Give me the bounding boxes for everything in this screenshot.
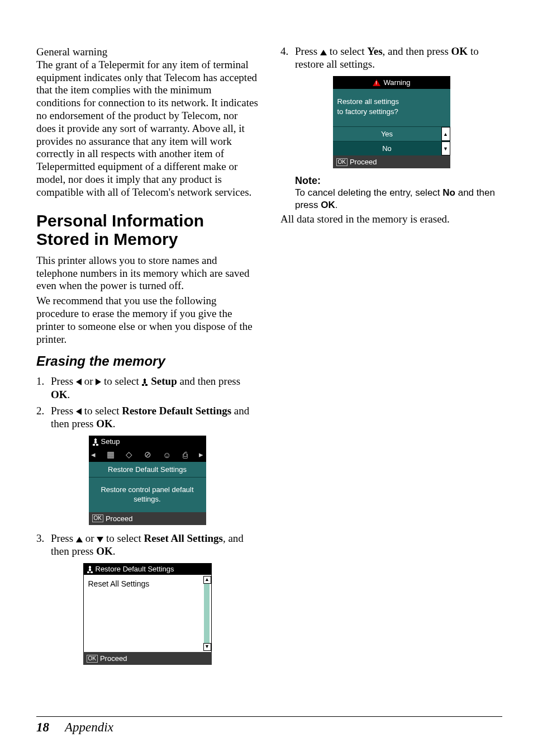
step-2-ok: OK xyxy=(96,418,113,429)
step-1-text-g: . xyxy=(68,389,70,400)
page-footer: 18 Appendix xyxy=(36,716,502,735)
step-1-text-b: or xyxy=(82,375,96,387)
setup-icon xyxy=(92,438,99,446)
lcd2-title: Restore Default Settings xyxy=(96,565,174,573)
setup-icon xyxy=(141,378,148,386)
warning-icon xyxy=(373,79,380,86)
step-2: Press to select Restore Default Settings… xyxy=(36,404,258,430)
lcd3-msg2: to factory settings? xyxy=(337,107,446,117)
general-warning-title: General warning xyxy=(36,46,258,59)
lcd-screenshot-warning: Warning Restore all settings to factory … xyxy=(333,76,450,168)
mode-icon: ⊘ xyxy=(144,450,151,460)
subsection-heading: Erasing the memory xyxy=(36,353,258,369)
lcd-screenshot-restore: Restore Default Settings Reset All Setti… xyxy=(83,563,212,665)
step-4-text-b: to select xyxy=(327,45,367,57)
intro-para-2: We recommend that you use the following … xyxy=(36,295,258,346)
step-1-text-c: to select xyxy=(101,375,141,387)
step-2-text-b: to select xyxy=(82,405,122,417)
scroll-up-icon: ▲ xyxy=(203,576,211,584)
step-3: Press or to select Reset All Settings, a… xyxy=(36,532,258,557)
intro-para-1: This printer allows you to store names a… xyxy=(36,254,258,292)
mode-icon: ☺ xyxy=(163,450,171,460)
mode-icon: ▦ xyxy=(107,450,115,460)
lcd1-title: Setup xyxy=(101,437,120,446)
up-arrow-icon xyxy=(76,537,83,542)
ok-badge: OK xyxy=(336,158,348,166)
lcd3-proceed: Proceed xyxy=(350,158,377,166)
lcd2-item: Reset All Settings xyxy=(88,579,150,588)
step-2-text-a: Press xyxy=(51,405,76,417)
up-arrow-icon xyxy=(320,50,327,55)
down-arrow-icon xyxy=(97,537,103,542)
lcd2-scrollbar: ▲ ▼ xyxy=(203,576,210,651)
lcd3-title: Warning xyxy=(384,78,411,87)
step-2-text-f: . xyxy=(113,418,116,429)
mode-icon: ⎙ xyxy=(183,450,188,460)
step-4-yes: Yes xyxy=(367,45,382,57)
step-1-setup: Setup xyxy=(148,375,177,387)
step-3-text-b: or xyxy=(83,532,97,544)
step-4-ok: OK xyxy=(451,45,468,57)
ok-badge: OK xyxy=(92,514,103,522)
page-number: 18 xyxy=(36,720,49,735)
after-note: All data stored in the memory is erased. xyxy=(280,213,502,226)
step-3-text-a: Press xyxy=(51,532,76,544)
lcd3-msg1: Restore all settings xyxy=(337,97,446,107)
scroll-down-icon: ▼ xyxy=(441,141,450,155)
scroll-up-icon: ▲ xyxy=(441,127,450,141)
note-title: Note: xyxy=(295,175,502,187)
section-heading: Personal Information Stored in Memory xyxy=(36,211,258,249)
note-ok: OK xyxy=(321,200,335,210)
step-1: Press or to select Setup and then press … xyxy=(36,375,258,400)
note-block: Note: To cancel deleting the entry, sele… xyxy=(295,175,502,211)
note-text-a: To cancel deleting the entry, select xyxy=(295,187,442,198)
footer-title: Appendix xyxy=(65,720,113,735)
nav-right-icon: ▸ xyxy=(199,450,203,460)
step-3-ok: OK xyxy=(96,545,113,557)
mode-icon: ◇ xyxy=(126,450,132,460)
step-3-text-c: to select xyxy=(103,532,144,544)
step-1-text-a: Press xyxy=(51,375,76,387)
nav-left-icon: ◂ xyxy=(91,450,96,460)
step-1-text-e: and then press xyxy=(177,375,240,387)
note-text-e: . xyxy=(335,200,338,210)
step-3-text-g: . xyxy=(113,545,116,557)
lcd1-proceed: Proceed xyxy=(106,514,132,523)
left-arrow-icon xyxy=(76,408,82,415)
ok-badge: OK xyxy=(87,655,98,663)
general-warning-body: The grant of a Telepermit for any item o… xyxy=(36,59,258,199)
step-4-text-d: , and then press xyxy=(383,45,451,57)
note-no: No xyxy=(442,187,455,198)
step-3-reset: Reset All Settings xyxy=(144,532,222,544)
lcd2-proceed: Proceed xyxy=(100,654,127,663)
scroll-down-icon: ▼ xyxy=(203,643,211,651)
step-4-text-a: Press xyxy=(295,45,320,57)
right-arrow-icon xyxy=(96,379,101,385)
setup-icon xyxy=(87,565,93,573)
step-1-ok: OK xyxy=(51,389,68,400)
lcd-screenshot-setup: Setup ◂ ▦ ◇ ⊘ ☺ ⎙ ▸ Restore Default Sett… xyxy=(89,436,206,525)
lcd1-icon-strip: ◂ ▦ ◇ ⊘ ☺ ⎙ ▸ xyxy=(89,447,206,462)
left-arrow-icon xyxy=(76,379,82,385)
lcd1-row1: Restore Default Settings xyxy=(89,462,206,477)
step-2-restore: Restore Default Settings xyxy=(122,405,231,417)
lcd3-no: No xyxy=(333,141,441,155)
step-4: Press to select Yes, and then press OK t… xyxy=(280,45,502,70)
lcd3-yes: Yes xyxy=(333,127,441,141)
lcd1-row2: Restore control panel default settings. xyxy=(89,477,206,512)
